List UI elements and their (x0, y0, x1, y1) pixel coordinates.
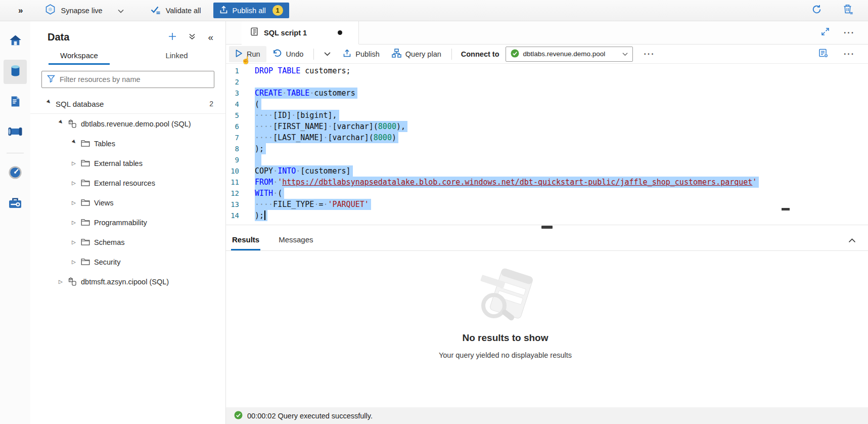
properties-icon[interactable] (818, 48, 829, 60)
collapse-all-icon[interactable] (189, 33, 196, 42)
query-plan-button[interactable]: Query plan (386, 46, 447, 62)
undo-icon (272, 49, 282, 59)
more-commands-icon[interactable]: ··· (644, 50, 655, 59)
connection-dropdown[interactable]: dbtlabs.revenue.demo.pool (506, 47, 633, 62)
synapse-live-selector[interactable]: Synapse live (45, 4, 123, 17)
expand-icon[interactable]: ▷ (72, 200, 81, 205)
folder-icon (81, 159, 94, 167)
scrollbar-marker[interactable] (782, 208, 790, 210)
nav-manage[interactable] (4, 189, 27, 219)
line-number: 10 (226, 165, 239, 177)
synapse-live-icon (45, 4, 56, 17)
data-icon (9, 64, 22, 80)
tree-item-dbtmsft-pool[interactable]: ▷dbtmsft.azsyn.cipool (SQL) (30, 272, 225, 291)
folder-icon (81, 219, 94, 226)
expand-icon[interactable]: ▷ (72, 239, 81, 245)
line-number: 11 (226, 177, 239, 188)
nav-data[interactable] (4, 60, 27, 84)
line-number: 6 (226, 121, 239, 132)
collapse-icon[interactable]: ▶ (71, 139, 81, 149)
validate-all-button[interactable]: Validate all (150, 5, 201, 16)
tab-sql-script-1[interactable]: SQL script 1 (242, 21, 359, 45)
tab-workspace[interactable]: Workspace (30, 51, 128, 65)
tree-item-dbtlabs-pool[interactable]: ▶dbtlabs.revenue.demo.pool (SQL) (30, 114, 225, 134)
expand-sidebar-icon[interactable]: » (18, 6, 23, 16)
expand-icon[interactable]: ▷ (72, 160, 81, 166)
expand-icon[interactable]: ▷ (59, 279, 68, 284)
panel-title: Data (48, 31, 69, 43)
tree-item-views[interactable]: ▷Views (30, 193, 225, 213)
nav-monitor[interactable] (4, 158, 27, 189)
expand-editor-icon[interactable] (821, 27, 830, 38)
line-number: 1 (226, 65, 239, 76)
tree-item-label: dbtmsft.azsyn.cipool (SQL) (81, 278, 169, 286)
expand-icon[interactable]: ▷ (72, 220, 81, 225)
refresh-button[interactable] (811, 4, 822, 17)
monitor-icon (8, 165, 22, 182)
manage-icon (8, 197, 22, 211)
collapse-panel-icon[interactable]: « (208, 32, 213, 42)
nav-rail (0, 21, 30, 424)
line-number: 9 (226, 154, 239, 165)
line-number: 13 (226, 199, 239, 210)
item-count: 2 (209, 100, 225, 108)
data-panel: Data « Workspace Linked ▶SQL database2▶d… (30, 21, 226, 424)
line-number: 8 (226, 143, 239, 154)
publish-all-button[interactable]: Publish all 1 (213, 3, 289, 18)
expand-icon[interactable]: ▷ (72, 180, 81, 186)
no-results-illustration (468, 265, 543, 328)
tab-linked[interactable]: Linked (128, 51, 225, 65)
tab-results[interactable]: Results (231, 229, 260, 250)
query-plan-icon (392, 49, 401, 59)
tree-item-security[interactable]: ▷Security (30, 252, 225, 272)
filter-input[interactable] (60, 75, 209, 83)
line-number: 2 (226, 76, 239, 88)
nav-home[interactable] (4, 26, 27, 57)
publish-button[interactable]: Publish (337, 46, 386, 62)
expand-icon[interactable]: ▷ (72, 259, 81, 265)
rail-divider (7, 153, 24, 153)
mouse-pointer-icon: ☝ (241, 56, 251, 65)
line-number: 7 (226, 132, 239, 143)
nav-integrate[interactable] (4, 117, 27, 148)
unsaved-indicator (338, 30, 342, 35)
resource-tree: ▶SQL database2▶dbtlabs.revenue.demo.pool… (30, 94, 225, 291)
tree-item-label: Schemas (94, 238, 124, 246)
empty-results-title: No results to show (463, 332, 549, 344)
add-resource-button[interactable] (168, 32, 176, 43)
line-number: 12 (226, 188, 239, 199)
folder-icon (81, 179, 94, 187)
tree-item-label: Views (94, 199, 113, 207)
tree-item-external-resources[interactable]: ▷External resources (30, 173, 225, 193)
tree-item-external-tables[interactable]: ▷External tables (30, 153, 225, 173)
tab-more-options-icon[interactable]: ··· (844, 28, 855, 37)
tree-item-sql-database[interactable]: ▶SQL database2 (30, 94, 225, 114)
tree-item-programmability[interactable]: ▷Programmability (30, 213, 225, 232)
folder-icon (81, 140, 94, 147)
results-splitter (226, 225, 868, 229)
tree-item-tables[interactable]: ▶Tables (30, 134, 225, 153)
chevron-down-icon (622, 50, 628, 58)
toolbar-divider (313, 49, 314, 60)
results-empty-state: No results to show Your query yielded no… (226, 251, 868, 407)
code-editor[interactable]: 1DROP TABLE customers;23CREATE·TABLE·cus… (226, 64, 868, 225)
collapse-icon[interactable]: ▶ (58, 119, 68, 129)
tree-item-label: Tables (94, 140, 115, 148)
line-number: 4 (226, 99, 239, 110)
line-number: 14 (226, 210, 239, 221)
tab-messages[interactable]: Messages (278, 229, 314, 250)
toolbar-more-options-icon[interactable]: ··· (844, 50, 855, 59)
tree-item-schemas[interactable]: ▷Schemas (30, 232, 225, 252)
run-options-chevron[interactable] (318, 49, 337, 59)
connect-to-label: Connect to (461, 50, 499, 58)
line-number: 5 (226, 110, 239, 121)
collapse-icon[interactable]: ▶ (46, 99, 56, 109)
discard-all-button[interactable] (843, 4, 853, 17)
collapse-results-icon[interactable] (848, 236, 856, 245)
nav-develop[interactable] (4, 87, 27, 117)
folder-icon (81, 258, 94, 266)
chevron-down-icon (118, 7, 124, 15)
query-status-bar: 00:00:02 Query executed successfully. (226, 407, 868, 424)
undo-button[interactable]: Undo (266, 46, 310, 62)
editor-toolbar: Run ☝ Undo Publish Query plan Connect to… (226, 45, 868, 64)
